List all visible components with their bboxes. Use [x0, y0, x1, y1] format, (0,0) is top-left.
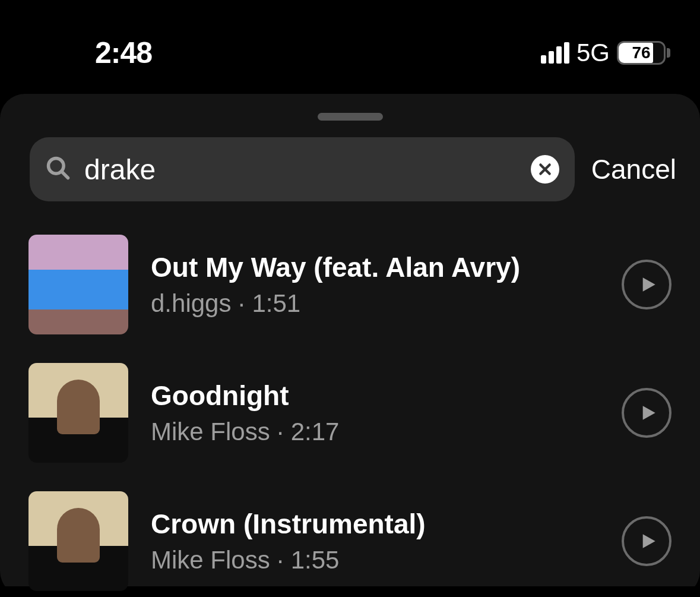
result-item[interactable]: Out My Way (feat. Alan Avry)d.higgs · 1:… [28, 235, 672, 334]
search-results: Out My Way (feat. Alan Avry)d.higgs · 1:… [0, 218, 700, 591]
clear-search-button[interactable] [531, 155, 559, 184]
result-item[interactable]: Crown (Instrumental)Mike Floss · 1:55 [28, 491, 672, 591]
play-icon [640, 405, 657, 421]
track-meta: d.higgs · 1:51 [151, 289, 599, 318]
album-art [28, 363, 128, 463]
music-search-sheet: Cancel Out My Way (feat. Alan Avry)d.hig… [0, 94, 700, 586]
status-time: 2:48 [95, 36, 152, 70]
track-title: Crown (Instrumental) [151, 508, 599, 540]
play-button[interactable] [622, 516, 672, 566]
search-field[interactable] [30, 137, 575, 201]
sheet-grabber[interactable] [318, 113, 383, 121]
track-meta: Mike Floss · 2:17 [151, 418, 599, 446]
album-art [28, 235, 128, 334]
track-duration: 1:51 [252, 289, 300, 317]
play-icon [640, 533, 657, 549]
track-artist: Mike Floss [151, 418, 270, 446]
cancel-button[interactable]: Cancel [591, 153, 676, 185]
cellular-signal-icon [541, 42, 569, 64]
status-right: 5G 76 [541, 39, 670, 67]
battery-icon: 76 [617, 41, 670, 65]
track-meta: Mike Floss · 1:55 [151, 546, 599, 574]
play-icon [640, 276, 657, 293]
search-icon [45, 155, 71, 184]
svg-line-1 [62, 172, 68, 178]
network-type: 5G [577, 39, 610, 67]
track-artist: Mike Floss [151, 546, 270, 574]
track-title: Goodnight [151, 380, 599, 412]
track-title: Out My Way (feat. Alan Avry) [151, 251, 599, 283]
track-info: Out My Way (feat. Alan Avry)d.higgs · 1:… [151, 251, 599, 318]
track-info: GoodnightMike Floss · 2:17 [151, 380, 599, 446]
status-bar: 2:48 5G 76 [0, 0, 700, 94]
track-duration: 1:55 [291, 546, 340, 574]
play-button[interactable] [622, 260, 672, 309]
search-row: Cancel [0, 137, 700, 218]
battery-level: 76 [619, 43, 664, 63]
track-duration: 2:17 [291, 418, 340, 446]
track-artist: d.higgs [151, 289, 231, 317]
track-info: Crown (Instrumental)Mike Floss · 1:55 [151, 508, 599, 574]
play-button[interactable] [622, 388, 672, 438]
result-item[interactable]: GoodnightMike Floss · 2:17 [28, 363, 672, 463]
album-art [28, 491, 128, 591]
search-input[interactable] [84, 153, 518, 186]
